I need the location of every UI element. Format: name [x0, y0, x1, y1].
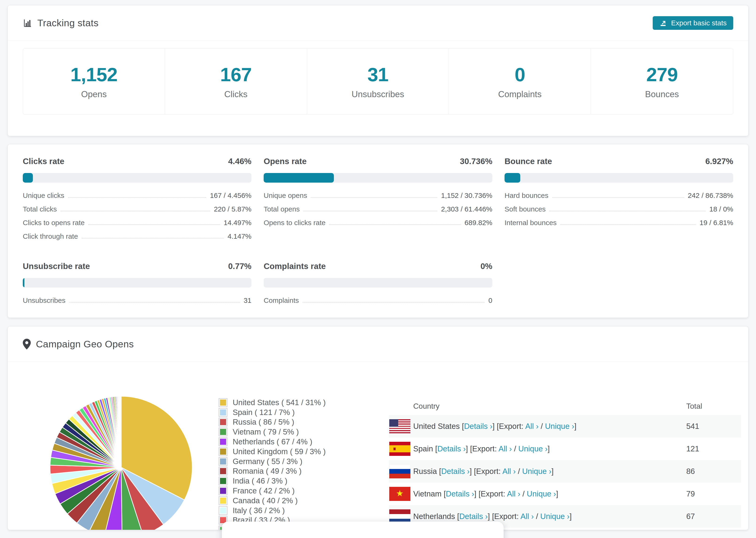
- metric-row-soft-bounces: Soft bounces18 / 0%: [505, 206, 733, 213]
- stat-value: 31: [367, 64, 388, 86]
- slash-text: /: [520, 489, 527, 498]
- export-all-link[interactable]: All ›: [520, 512, 534, 521]
- country-cell: Netherlands [Details ›] [Export: All › /…: [413, 512, 686, 521]
- export-all-link[interactable]: All ›: [525, 422, 539, 430]
- rate-block-unsubscribe-rate: Unsubscribe rate0.77%Unsubscribes31: [23, 261, 251, 310]
- metric-value: 18 / 0%: [709, 205, 733, 213]
- stat-label: Clicks: [224, 89, 247, 99]
- details-link[interactable]: Details ›: [441, 467, 469, 476]
- bracket-text: ] [Export:: [474, 489, 507, 498]
- stat-label: Complaints: [498, 89, 542, 99]
- metric-label: Total clicks: [23, 205, 57, 213]
- details-link[interactable]: Details ›: [446, 489, 474, 498]
- metric-value: 242 / 86.738%: [688, 191, 733, 199]
- metric-label: Hard bounces: [505, 191, 549, 199]
- export-unique-link[interactable]: Unique ›: [522, 467, 552, 476]
- metric-value: 31: [244, 296, 251, 304]
- metric-row-unsubscribes: Unsubscribes31: [23, 297, 251, 304]
- rate-value: 6.927%: [705, 157, 733, 166]
- legend-label: United States ( 541 / 31% ): [233, 398, 326, 407]
- stat-opens: 1,152Opens: [23, 49, 165, 114]
- details-link[interactable]: Details ›: [459, 512, 488, 521]
- bracket-text: ] [Export:: [488, 512, 520, 521]
- progress-fill: [505, 173, 520, 183]
- metric-label: Internal bounces: [505, 219, 557, 227]
- metric-value: 220 / 5.87%: [214, 205, 251, 213]
- legend-label: United Kingdom ( 59 / 3% ): [233, 447, 326, 456]
- metric-row-total-opens: Total opens2,303 / 61.446%: [264, 206, 492, 213]
- export-unique-link[interactable]: Unique ›: [540, 512, 569, 521]
- geo-table-header: Country Total: [389, 397, 741, 415]
- metric-label: Clicks to opens rate: [23, 219, 84, 227]
- legend-swatch: [219, 457, 228, 466]
- stat-label: Unsubscribes: [351, 89, 404, 99]
- metric-value: 167 / 4.456%: [210, 191, 251, 199]
- export-all-link[interactable]: All ›: [503, 467, 516, 476]
- legend-swatch: [219, 467, 228, 476]
- metric-label: Unique opens: [264, 191, 307, 199]
- stats-row: 1,152Opens167Clicks31Unsubscribes0Compla…: [23, 48, 733, 115]
- slash-text: /: [516, 467, 522, 476]
- dotted-leader: [329, 224, 460, 225]
- stat-value: 1,152: [71, 64, 117, 86]
- progress-fill: [264, 173, 334, 183]
- progress-track: [505, 173, 733, 183]
- bracket-text: ] [Export:: [492, 422, 525, 430]
- metric-value: 1,152 / 30.736%: [441, 191, 492, 199]
- dotted-leader: [561, 224, 696, 225]
- legend-label: France ( 42 / 2% ): [233, 486, 295, 495]
- legend-swatch: [219, 496, 228, 505]
- rate-title: Complaints rate: [264, 261, 326, 271]
- metric-row-click-through-rate: Click through rate4.147%: [23, 233, 251, 241]
- details-link[interactable]: Details ›: [464, 422, 492, 430]
- total-cell: 541: [686, 422, 741, 431]
- rate-title: Clicks rate: [23, 157, 64, 166]
- bracket-text: ]: [569, 512, 572, 521]
- country-cell: Spain [Details ›] [Export: All › / Uniqu…: [413, 444, 686, 453]
- bracket-text: ]: [574, 422, 576, 430]
- slash-text: /: [534, 512, 540, 521]
- legend-label: Canada ( 40 / 2% ): [233, 496, 298, 505]
- bracket-text: ]: [552, 467, 554, 476]
- tracking-stats-card: Tracking stats Export basic stats 1,152O…: [8, 5, 748, 136]
- progress-track: [264, 173, 492, 183]
- stat-value: 167: [220, 64, 252, 86]
- pie-slice-other-35[interactable]: [121, 396, 121, 467]
- dotted-leader: [82, 238, 224, 239]
- table-row-vietnam: Vietnam [Details ›] [Export: All › / Uni…: [389, 483, 741, 505]
- progress-track: [23, 278, 251, 288]
- rate-value: 4.46%: [228, 157, 251, 166]
- metric-label: Unsubscribes: [23, 296, 66, 304]
- country-name: Russia: [413, 467, 439, 476]
- stat-value: 0: [514, 64, 525, 86]
- stat-value: 279: [646, 64, 678, 86]
- metric-row-total-clicks: Total clicks220 / 5.87%: [23, 206, 251, 213]
- details-link[interactable]: Details ›: [437, 444, 466, 453]
- export-unique-link[interactable]: Unique ›: [518, 444, 548, 453]
- legend-label: Russia ( 86 / 5% ): [233, 418, 294, 426]
- flag-cell: [389, 464, 413, 478]
- rate-value: 0%: [480, 261, 492, 271]
- ru-flag-icon: [389, 464, 410, 478]
- export-basic-stats-button[interactable]: Export basic stats: [653, 16, 733, 30]
- export-unique-link[interactable]: Unique ›: [545, 422, 574, 430]
- geo-pie-chart: [48, 394, 194, 530]
- legend-label: Netherlands ( 67 / 4% ): [233, 437, 312, 446]
- stat-clicks: 167Clicks: [165, 49, 307, 114]
- bracket-text: [: [435, 444, 437, 453]
- stat-unsubscribes: 31Unsubscribes: [307, 49, 449, 114]
- legend-swatch: [219, 408, 228, 417]
- rate-block-complaints-rate: Complaints rate0%Complaints0: [264, 261, 492, 310]
- progress-fill: [23, 173, 33, 183]
- export-all-link[interactable]: All ›: [507, 489, 520, 498]
- country-name: Vietnam: [413, 489, 444, 498]
- export-all-link[interactable]: All ›: [499, 444, 512, 453]
- metric-value: 4.147%: [228, 232, 251, 241]
- stat-bounces: 279Bounces: [591, 49, 733, 114]
- metric-row-internal-bounces: Internal bounces19 / 6.81%: [505, 219, 733, 227]
- pie-legend: United States ( 541 / 31% )Spain ( 121 /…: [219, 398, 326, 530]
- export-unique-link[interactable]: Unique ›: [527, 489, 556, 498]
- dotted-leader: [61, 211, 210, 211]
- country-cell: United States [Details ›] [Export: All ›…: [413, 422, 686, 431]
- total-cell: 86: [686, 467, 741, 476]
